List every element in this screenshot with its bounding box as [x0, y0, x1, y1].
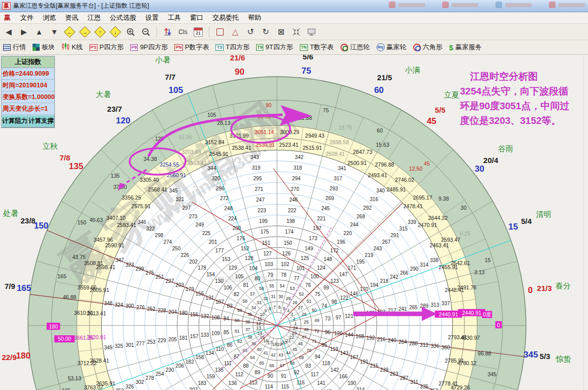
svg-text:71: 71 — [312, 339, 317, 344]
svg-text:176: 176 — [237, 236, 245, 241]
svg-text:77: 77 — [294, 276, 300, 281]
gann-wheel-canvas[interactable]: 赢家财富网 www.yingjia360.com QQ5008003601234… — [0, 0, 588, 390]
view-button-板块[interactable]: 板块 — [33, 43, 55, 52]
svg-text:120: 120 — [334, 331, 343, 336]
shift-right-button[interactable]: → — [79, 26, 90, 38]
svg-text:5/3: 5/3 — [540, 352, 550, 361]
view-button-9P四方形[interactable]: P99P四方形 — [130, 43, 168, 52]
svg-text:2508.41: 2508.41 — [325, 151, 345, 157]
menu-item-7[interactable]: 窗口 — [185, 12, 208, 23]
svg-text:41: 41 — [263, 350, 268, 355]
svg-text:53.13: 53.13 — [68, 375, 81, 381]
menu-item-1[interactable]: 浏览 — [38, 12, 60, 23]
svg-text:2440.91: 2440.91 — [439, 311, 458, 317]
svg-text:350: 350 — [115, 388, 124, 390]
svg-text:36: 36 — [245, 319, 251, 324]
svg-text:30: 30 — [278, 294, 284, 299]
svg-text:297: 297 — [182, 205, 191, 211]
badge: TS — [215, 44, 224, 51]
menu-item-6[interactable]: 工具 — [163, 12, 185, 23]
svg-text:318: 318 — [294, 165, 302, 171]
shift-down-button[interactable]: ↓ — [110, 26, 121, 38]
menu-item-8[interactable]: 交易委托 — [208, 12, 243, 23]
svg-text:惊蛰: 惊蛰 — [555, 354, 571, 363]
view-button-行情[interactable]: 行情 — [3, 43, 26, 52]
view-button-T数字表[interactable]: TNT数字表 — [300, 43, 334, 52]
svg-text:12: 12 — [256, 321, 261, 326]
nav-down-button[interactable]: ▼ — [49, 26, 60, 38]
svg-text:7: 7 — [273, 305, 276, 310]
view-button-赢家轮[interactable]: Big赢家轮 — [377, 43, 407, 52]
view-button-P数字表[interactable]: PNP数字表 — [174, 43, 209, 52]
svg-text:68: 68 — [290, 361, 295, 366]
titlebar-watermark — [389, 2, 585, 8]
svg-text:23: 23 — [292, 331, 297, 336]
svg-text:316: 316 — [370, 197, 379, 202]
rotate-cw-icon[interactable]: ↻ — [260, 26, 271, 38]
svg-text:198: 198 — [287, 218, 295, 224]
svg-text:288: 288 — [409, 341, 418, 346]
triangle-tool-icon[interactable]: △ — [230, 26, 241, 38]
zoom-out-icon[interactable] — [140, 26, 151, 38]
svg-text:108: 108 — [211, 315, 220, 320]
view-button-赢家服务[interactable]: $赢家服务 — [449, 43, 482, 52]
svg-text:148: 148 — [324, 256, 332, 262]
svg-text:335: 335 — [420, 384, 428, 389]
svg-text:340: 340 — [376, 188, 385, 193]
screen-icon[interactable] — [306, 26, 317, 38]
view-button-9T四方形[interactable]: T99T四方形 — [256, 43, 293, 52]
svg-text:341: 341 — [338, 166, 347, 171]
badge: T9 — [256, 44, 264, 51]
svg-text:248: 248 — [224, 206, 233, 211]
zoom-in-icon[interactable] — [125, 26, 136, 38]
svg-text:65: 65 — [259, 361, 264, 366]
svg-text:3: 3 — [291, 312, 293, 317]
calc-support-button[interactable]: 计算支撑 — [28, 115, 54, 127]
svg-text:32: 32 — [263, 296, 268, 301]
square-tool-icon[interactable] — [214, 26, 226, 38]
shift-left-button[interactable]: ← — [64, 26, 75, 38]
shift-up-button[interactable]: ↑ — [95, 26, 106, 38]
view-label: P数字表 — [185, 43, 209, 52]
view-button-江恩轮[interactable]: 江恩轮 — [341, 43, 370, 52]
window-title: 赢家江恩专业版[赢家服务平台] - [上证指数 江恩轮] — [13, 2, 149, 10]
view-button-T四方形[interactable]: TST四方形 — [215, 43, 249, 52]
rotate-ccw-icon[interactable]: ↺ — [245, 26, 256, 38]
svg-text:4729.26: 4729.26 — [451, 384, 470, 390]
svg-text:7/7: 7/7 — [165, 73, 176, 81]
select-region-icon[interactable]: ⊠ — [275, 26, 287, 38]
svg-text:15.63: 15.63 — [376, 142, 389, 148]
svg-text:300: 300 — [126, 303, 134, 309]
svg-text:1: 1 — [294, 321, 297, 326]
view-button-K线[interactable]: K线 — [61, 43, 83, 52]
collapse-icon[interactable] — [291, 26, 302, 38]
svg-text:143: 143 — [340, 350, 349, 356]
cycle-step: 周天变化步长=1 — [2, 103, 54, 115]
svg-text:132: 132 — [201, 313, 209, 319]
nav-left-button[interactable]: ◀ — [3, 26, 14, 38]
cls-button[interactable]: Cls — [177, 26, 189, 38]
menu-item-2[interactable]: 资讯 — [60, 12, 83, 23]
svg-text:大暑: 大暑 — [96, 90, 111, 99]
calc-resistance-button[interactable]: 计算阻力 — [2, 115, 28, 127]
view-button-P四方形[interactable]: PSP四方形 — [89, 43, 124, 52]
menu-item-4[interactable]: 公式选股 — [105, 12, 141, 23]
svg-text:3661.36: 3661.36 — [74, 335, 94, 341]
calendar-icon[interactable]: 21 — [193, 26, 204, 38]
svg-text:129: 129 — [229, 265, 237, 271]
time-axis-icon[interactable] — [162, 26, 173, 38]
menu-item-9[interactable]: 帮助 — [243, 12, 266, 23]
svg-text:319: 319 — [252, 165, 261, 171]
nav-up-button[interactable]: ▲ — [34, 26, 45, 38]
svg-text:3305.40: 3305.40 — [140, 177, 159, 183]
menu-item-0[interactable]: 文件 — [16, 12, 38, 23]
badge: PS — [89, 44, 98, 51]
svg-text:30: 30 — [475, 164, 484, 174]
menu-item-5[interactable]: 设置 — [141, 12, 163, 23]
nav-right-button[interactable]: ▶ — [18, 26, 29, 38]
view-button-六角形[interactable]: 六角形 — [413, 43, 443, 52]
svg-text:172: 172 — [330, 248, 339, 253]
menu-item-3[interactable]: 江恩 — [83, 12, 105, 23]
svg-text:2470.91: 2470.91 — [418, 222, 437, 228]
svg-text:99: 99 — [323, 285, 329, 290]
